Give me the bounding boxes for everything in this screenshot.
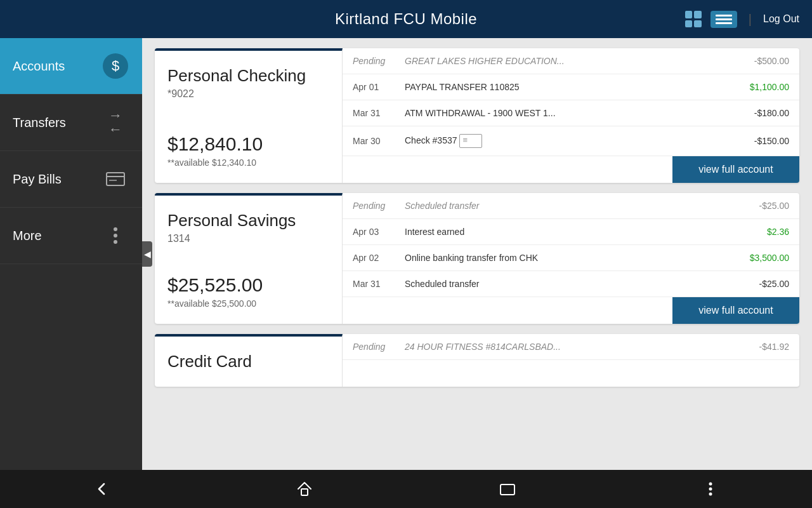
main-content: Personal Checking *9022 $12,840.10 **ava…: [142, 38, 812, 470]
checking-transaction-list: Pending GREAT LAKES HIGHER EDUCATION... …: [343, 48, 799, 156]
table-row: Mar 31 ATM WITHDRAWAL - 1900 WEST 1... -…: [343, 100, 799, 126]
check-image-icon: [459, 134, 482, 148]
app-header: Kirtland FCU Mobile | Log Out: [0, 0, 812, 38]
svg-point-7: [709, 493, 712, 496]
header-divider: |: [749, 12, 752, 27]
svg-point-6: [709, 488, 712, 491]
savings-account-number: 1314: [167, 233, 329, 244]
svg-point-5: [709, 483, 712, 486]
sidebar-collapse-button[interactable]: ◀: [142, 241, 152, 267]
sidebar-item-accounts[interactable]: Accounts $: [0, 38, 142, 95]
account-card-savings: Personal Savings 1314 $25,525.00 **avail…: [155, 193, 799, 324]
home-button[interactable]: [285, 476, 324, 502]
back-button[interactable]: [82, 476, 121, 502]
app-body: Accounts $ Transfers → ← Pay Bills: [0, 38, 812, 470]
credit-transaction-list: Pending 24 HOUR FITNESS #814CARLSBAD... …: [343, 334, 799, 387]
back-icon: [93, 480, 110, 498]
view-full-account-savings-button[interactable]: view full account: [672, 297, 799, 324]
savings-transactions: Pending Scheduled transfer -$25.00 Apr 0…: [343, 193, 799, 324]
transfers-icon: → ←: [102, 109, 129, 137]
account-info-credit: Credit Card: [155, 334, 343, 387]
check-label: Check #3537: [405, 135, 457, 145]
checking-account-number: *9022: [167, 88, 329, 100]
svg-rect-0: [107, 173, 124, 185]
table-row: Pending 24 HOUR FITNESS #814CARLSBAD... …: [343, 334, 799, 360]
grid-view-button[interactable]: [683, 8, 704, 30]
grid-icon: [685, 11, 702, 27]
sidebar-item-paybills[interactable]: Pay Bills: [0, 151, 142, 208]
recents-icon: [499, 480, 516, 498]
account-info-savings: Personal Savings 1314 $25,525.00 **avail…: [155, 193, 343, 324]
list-view-button[interactable]: [710, 11, 737, 28]
header-actions: | Log Out: [683, 8, 799, 30]
bottom-navigation: [0, 470, 812, 508]
paybills-icon: [102, 165, 129, 193]
more-icon: [102, 222, 129, 250]
savings-balance: $25,525.00: [167, 262, 329, 296]
overflow-icon: [709, 481, 712, 497]
table-row: Pending Scheduled transfer -$25.00: [343, 193, 799, 219]
credit-transactions: Pending 24 HOUR FITNESS #814CARLSBAD... …: [343, 334, 799, 387]
recents-button[interactable]: [488, 476, 527, 502]
app-title: Kirtland FCU Mobile: [335, 10, 477, 28]
svg-rect-3: [301, 489, 308, 495]
checking-balance: $12,840.10: [167, 121, 329, 155]
savings-account-name: Personal Savings: [167, 211, 329, 231]
accounts-icon: $: [102, 52, 129, 80]
account-info-checking: Personal Checking *9022 $12,840.10 **ava…: [155, 48, 343, 183]
table-row: Apr 01 PAYPAL TRANSFER 110825 $1,100.00: [343, 74, 799, 100]
home-icon: [296, 480, 313, 498]
account-card-credit: Credit Card Pending 24 HOUR FITNESS #814…: [155, 334, 799, 387]
table-row: Pending GREAT LAKES HIGHER EDUCATION... …: [343, 48, 799, 74]
checking-available: **available $12,340.10: [167, 157, 329, 168]
checking-account-name: Personal Checking: [167, 66, 329, 86]
savings-transaction-list: Pending Scheduled transfer -$25.00 Apr 0…: [343, 193, 799, 297]
sidebar: Accounts $ Transfers → ← Pay Bills: [0, 38, 142, 470]
savings-available: **available $25,500.00: [167, 298, 329, 309]
overflow-menu-button[interactable]: [691, 476, 730, 502]
sidebar-item-transfers[interactable]: Transfers → ←: [0, 95, 142, 151]
table-row: Apr 02 Online banking transfer from CHK …: [343, 245, 799, 271]
table-row: Mar 31 Scheduled transfer -$25.00: [343, 271, 799, 297]
svg-rect-4: [501, 485, 514, 495]
credit-account-name: Credit Card: [167, 352, 329, 371]
account-card-checking: Personal Checking *9022 $12,840.10 **ava…: [155, 48, 799, 183]
logout-button[interactable]: Log Out: [763, 13, 799, 25]
sidebar-item-more[interactable]: More: [0, 208, 142, 264]
checking-transactions: Pending GREAT LAKES HIGHER EDUCATION... …: [343, 48, 799, 183]
view-full-account-checking-button[interactable]: view full account: [672, 156, 799, 183]
table-row: Mar 30 Check #3537 -$150.00: [343, 126, 799, 156]
table-row: Apr 03 Interest earned $2.36: [343, 219, 799, 245]
